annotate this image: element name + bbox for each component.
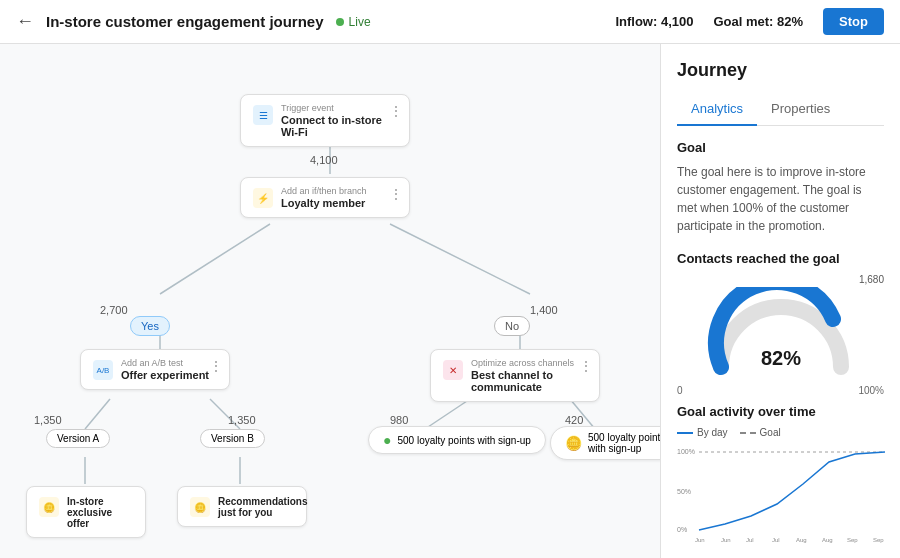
goal-stat: Goal met: 82%	[713, 14, 803, 29]
branch-icon: ⚡	[253, 188, 273, 208]
svg-text:100%: 100%	[677, 448, 695, 455]
header: ← In-store customer engagement journey L…	[0, 0, 900, 44]
yes-badge: Yes	[130, 316, 170, 336]
svg-text:30: 30	[772, 543, 779, 544]
no-count: 1,400	[530, 304, 558, 316]
chart-legend: By day Goal	[677, 427, 884, 438]
main-content: ☰ Trigger event Connect to in-store Wi-F…	[0, 44, 900, 558]
svg-text:0%: 0%	[677, 526, 687, 533]
yes-count: 2,700	[100, 304, 128, 316]
ab-test-node[interactable]: A/B Add an A/B test Offer experiment ⋮	[80, 349, 230, 390]
gauge-top-label: 1,680	[677, 274, 884, 285]
tab-analytics[interactable]: Analytics	[677, 93, 757, 126]
sidebar-header: Journey Analytics Properties	[661, 44, 900, 126]
trigger-count: 4,100	[310, 154, 338, 166]
live-label: Live	[349, 15, 371, 29]
action1-label: 500 loyalty points with sign-up	[397, 435, 530, 446]
action1-count: 980	[390, 414, 408, 426]
stop-button[interactable]: Stop	[823, 8, 884, 35]
branch-menu-icon[interactable]: ⋮	[389, 186, 403, 202]
journey-flow: ☰ Trigger event Connect to in-store Wi-F…	[20, 64, 660, 558]
svg-text:30: 30	[721, 543, 728, 544]
sidebar-title: Journey	[677, 60, 884, 81]
svg-text:50%: 50%	[677, 488, 691, 495]
goal-title: Goal	[677, 140, 884, 155]
action2-label: 500 loyalty points with sign-up	[588, 432, 660, 454]
version-a-badge: Version A	[46, 429, 110, 448]
header-left: ← In-store customer engagement journey L…	[16, 11, 371, 32]
legend-by-day: By day	[677, 427, 728, 438]
branch-content: Add an if/then branch Loyalty member	[281, 186, 367, 209]
ab-test-menu-icon[interactable]: ⋮	[209, 358, 223, 374]
trigger-menu-icon[interactable]: ⋮	[389, 103, 403, 119]
svg-text:30: 30	[822, 543, 829, 544]
offer2-node[interactable]: 🪙 Recommendations just for you	[177, 486, 307, 527]
version-b-count: 1,350	[228, 414, 256, 426]
optimize-content: Optimize across channels Best channel to…	[471, 358, 587, 393]
activity-chart-svg: 100% 50% 0% Jun 15 Jun 30 Jul 15 Jul 30	[677, 444, 885, 544]
ab-test-icon: A/B	[93, 360, 113, 380]
activity-chart-section: Goal activity over time By day Goal 100%…	[677, 404, 884, 548]
gauge-wrapper: 1,680 82% 0 100%	[677, 274, 884, 396]
activity-title: Goal activity over time	[677, 404, 884, 419]
svg-text:15: 15	[796, 543, 803, 544]
ab-test-content: Add an A/B test Offer experiment	[121, 358, 209, 381]
action-node-1[interactable]: ● 500 loyalty points with sign-up	[368, 426, 546, 454]
offer2-icon: 🪙	[190, 497, 210, 517]
optimize-menu-icon[interactable]: ⋮	[579, 358, 593, 374]
inflow-stat: Inflow: 4,100	[615, 14, 693, 29]
svg-text:30: 30	[873, 543, 880, 544]
goal-text: The goal here is to improve in-store cus…	[677, 163, 884, 235]
svg-text:15: 15	[847, 543, 854, 544]
gauge-chart: 82%	[701, 287, 861, 377]
svg-text:82%: 82%	[760, 347, 800, 369]
back-button[interactable]: ←	[16, 11, 34, 32]
trigger-icon: ☰	[253, 105, 273, 125]
svg-text:15: 15	[746, 543, 753, 544]
no-badge: No	[494, 316, 530, 336]
offer1-icon: 🪙	[39, 497, 59, 517]
action2-icon: 🪙	[565, 435, 582, 451]
optimize-icon: ✕	[443, 360, 463, 380]
svg-text:15: 15	[695, 543, 702, 544]
by-day-line-icon	[677, 432, 693, 434]
page-title: In-store customer engagement journey	[46, 13, 324, 30]
action1-icon: ●	[383, 432, 391, 448]
gauge-side-labels: 0 100%	[677, 385, 884, 396]
live-badge: Live	[336, 15, 371, 29]
trigger-content: Trigger event Connect to in-store Wi-Fi	[281, 103, 397, 138]
action2-count: 420	[565, 414, 583, 426]
contacts-title: Contacts reached the goal	[677, 251, 884, 266]
branch-node[interactable]: ⚡ Add an if/then branch Loyalty member ⋮	[240, 177, 410, 218]
live-dot-icon	[336, 18, 344, 26]
offer1-node[interactable]: 🪙 In-store exclusive offer	[26, 486, 146, 538]
goal-line-icon	[740, 432, 756, 434]
journey-canvas[interactable]: ☰ Trigger event Connect to in-store Wi-F…	[0, 44, 660, 558]
version-b-badge: Version B	[200, 429, 265, 448]
tabs-container: Analytics Properties	[677, 93, 884, 126]
version-a-count: 1,350	[34, 414, 62, 426]
legend-goal: Goal	[740, 427, 781, 438]
sidebar-panel: Goal The goal here is to improve in-stor…	[661, 126, 900, 558]
header-right: Inflow: 4,100 Goal met: 82% Stop	[615, 8, 884, 35]
tab-properties[interactable]: Properties	[757, 93, 844, 126]
sidebar: Journey Analytics Properties Goal The go…	[660, 44, 900, 558]
optimize-node[interactable]: ✕ Optimize across channels Best channel …	[430, 349, 600, 402]
trigger-node[interactable]: ☰ Trigger event Connect to in-store Wi-F…	[240, 94, 410, 147]
action-node-2[interactable]: 🪙 500 loyalty points with sign-up	[550, 426, 660, 460]
